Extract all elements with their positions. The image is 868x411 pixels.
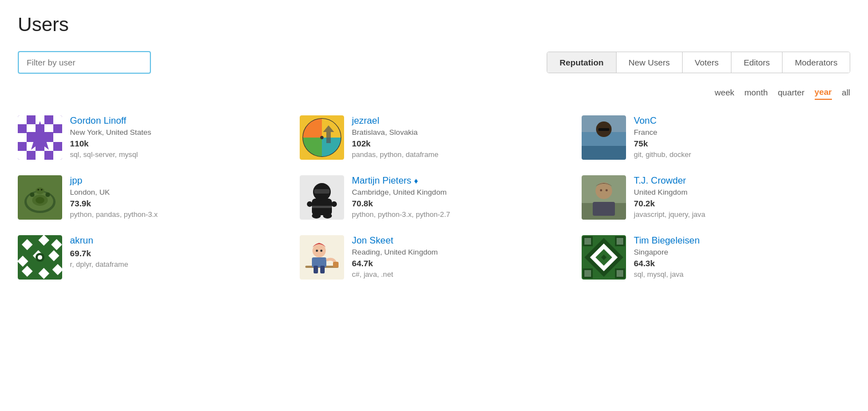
svg-point-59 bbox=[38, 255, 42, 260]
svg-rect-1 bbox=[18, 115, 27, 124]
user-info-jezrael: jezrael Bratislava, Slovakia 102k pandas… bbox=[352, 115, 568, 159]
user-tags-vonc: git, github, docker bbox=[634, 150, 850, 159]
svg-point-28 bbox=[30, 192, 34, 197]
tab-reputation[interactable]: Reputation bbox=[547, 52, 616, 73]
users-grid: Gordon Linoff New York, United States 11… bbox=[18, 115, 850, 280]
avatar-tj bbox=[582, 175, 626, 220]
user-name-jon-skeet[interactable]: Jon Skeet bbox=[352, 235, 568, 246]
user-card-jpp: jpp London, UK 73.9k python, pandas, pyt… bbox=[18, 175, 286, 220]
svg-point-40 bbox=[312, 213, 321, 219]
svg-rect-22 bbox=[598, 128, 609, 131]
user-rep-gordon-linoff: 110k bbox=[70, 139, 286, 148]
user-card-jezrael: jezrael Bratislava, Slovakia 102k pandas… bbox=[300, 115, 568, 160]
svg-point-67 bbox=[316, 250, 318, 252]
svg-point-38 bbox=[307, 201, 312, 207]
svg-rect-80 bbox=[584, 270, 591, 277]
user-info-akrun: akrun 69.7k r, dplyr, dataframe bbox=[70, 235, 286, 268]
avatar-jezrael bbox=[300, 115, 344, 160]
svg-point-27 bbox=[36, 197, 44, 204]
avatar-tim bbox=[582, 235, 626, 280]
svg-point-47 bbox=[605, 189, 608, 191]
avatar-gordon-linoff bbox=[18, 115, 62, 160]
user-location-jpp: London, UK bbox=[70, 188, 286, 196]
time-week[interactable]: week bbox=[715, 85, 734, 100]
user-location-jon-skeet: Reading, United Kingdom bbox=[352, 248, 568, 256]
user-location-gordon-linoff: New York, United States bbox=[70, 128, 286, 136]
user-name-vonc[interactable]: VonC bbox=[634, 115, 850, 126]
user-info-jon-skeet: Jon Skeet Reading, United Kingdom 64.7k … bbox=[352, 235, 568, 278]
user-rep-akrun: 69.7k bbox=[70, 248, 286, 258]
tab-voters[interactable]: Voters bbox=[683, 52, 731, 73]
time-filter: week month quarter year all bbox=[18, 85, 850, 100]
user-card-martijn: Martijn Pieters ♦ Cambridge, United King… bbox=[300, 175, 568, 220]
svg-point-29 bbox=[46, 192, 50, 197]
user-tags-akrun: r, dplyr, dataframe bbox=[70, 260, 286, 268]
svg-rect-45 bbox=[593, 202, 615, 216]
user-location-tj: United Kingdom bbox=[634, 188, 850, 196]
user-name-tim[interactable]: Tim Biegeleisen bbox=[634, 235, 850, 246]
svg-point-62 bbox=[312, 244, 326, 257]
user-rep-tim: 64.3k bbox=[634, 258, 850, 268]
svg-rect-78 bbox=[584, 238, 591, 245]
user-rep-jpp: 73.9k bbox=[70, 199, 286, 208]
user-tags-jon-skeet: c#, java, .net bbox=[352, 270, 568, 278]
time-year[interactable]: year bbox=[815, 85, 832, 100]
user-name-jpp[interactable]: jpp bbox=[70, 175, 286, 186]
avatar-akrun bbox=[18, 235, 62, 280]
svg-rect-79 bbox=[617, 238, 623, 245]
user-name-martijn[interactable]: Martijn Pieters ♦ bbox=[352, 175, 568, 186]
user-name-akrun[interactable]: akrun bbox=[70, 235, 286, 246]
svg-rect-12 bbox=[36, 151, 44, 160]
tab-new-users[interactable]: New Users bbox=[617, 52, 683, 73]
svg-point-46 bbox=[600, 189, 602, 191]
user-tags-tj: javascript, jquery, java bbox=[634, 210, 850, 219]
user-card-akrun: akrun 69.7k r, dplyr, dataframe bbox=[18, 235, 286, 280]
user-info-tj: T.J. Crowder United Kingdom 70.2k javasc… bbox=[634, 175, 850, 219]
user-rep-martijn: 70.8k bbox=[352, 199, 568, 208]
user-card-jon-skeet: Jon Skeet Reading, United Kingdom 64.7k … bbox=[300, 235, 568, 280]
user-name-tj[interactable]: T.J. Crowder bbox=[634, 175, 850, 186]
svg-point-17 bbox=[320, 136, 324, 139]
user-info-vonc: VonC France 75k git, github, docker bbox=[634, 115, 850, 159]
time-month[interactable]: month bbox=[744, 85, 768, 100]
time-all[interactable]: all bbox=[842, 85, 850, 100]
user-location-vonc: France bbox=[634, 128, 850, 136]
avatar-jpp bbox=[18, 175, 62, 220]
user-rep-tj: 70.2k bbox=[634, 199, 850, 208]
user-rep-jon-skeet: 64.7k bbox=[352, 258, 568, 268]
user-info-gordon-linoff: Gordon Linoff New York, United States 11… bbox=[70, 115, 286, 159]
user-tags-jezrael: pandas, python, dataframe bbox=[352, 150, 568, 159]
svg-rect-11 bbox=[18, 151, 27, 160]
svg-point-30 bbox=[36, 187, 44, 194]
svg-rect-37 bbox=[312, 206, 332, 208]
tab-editors[interactable]: Editors bbox=[731, 52, 783, 73]
avatar-martijn bbox=[300, 175, 344, 220]
svg-rect-4 bbox=[27, 124, 36, 133]
user-name-gordon-linoff[interactable]: Gordon Linoff bbox=[70, 115, 286, 126]
svg-point-44 bbox=[596, 182, 612, 199]
avatar-jon-skeet bbox=[300, 235, 344, 280]
svg-rect-5 bbox=[44, 124, 53, 133]
user-info-martijn: Martijn Pieters ♦ Cambridge, United King… bbox=[352, 175, 568, 219]
filter-input[interactable] bbox=[18, 51, 151, 74]
svg-point-41 bbox=[323, 213, 332, 219]
tab-moderators[interactable]: Moderators bbox=[783, 52, 850, 73]
user-tags-martijn: python, python-3.x, python-2.7 bbox=[352, 210, 568, 219]
time-quarter[interactable]: quarter bbox=[778, 85, 804, 100]
svg-point-32 bbox=[41, 189, 43, 191]
svg-rect-8 bbox=[53, 133, 62, 142]
svg-rect-3 bbox=[53, 115, 62, 124]
tab-group: Reputation New Users Voters Editors Mode… bbox=[547, 52, 850, 73]
svg-rect-63 bbox=[312, 257, 326, 267]
svg-rect-64 bbox=[333, 262, 339, 267]
svg-rect-81 bbox=[617, 270, 623, 277]
svg-rect-6 bbox=[18, 133, 27, 142]
svg-rect-13 bbox=[53, 151, 62, 160]
page-title: Users bbox=[18, 13, 850, 35]
svg-point-68 bbox=[320, 250, 322, 252]
user-card-tj: T.J. Crowder United Kingdom 70.2k javasc… bbox=[582, 175, 850, 220]
user-location-martijn: Cambridge, United Kingdom bbox=[352, 188, 568, 196]
user-tags-gordon-linoff: sql, sql-server, mysql bbox=[70, 150, 286, 159]
user-rep-jezrael: 102k bbox=[352, 139, 568, 148]
user-name-jezrael[interactable]: jezrael bbox=[352, 115, 568, 126]
